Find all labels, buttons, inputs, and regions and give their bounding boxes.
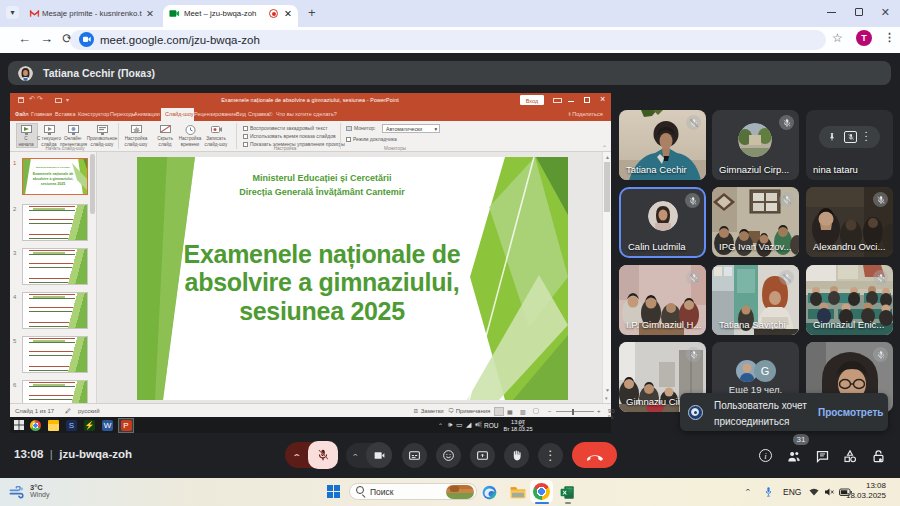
svg-text:absolvire a gimnaziului,: absolvire a gimnaziului, <box>33 177 74 181</box>
svg-text:Examenele naționale de: Examenele naționale de <box>33 172 74 176</box>
svg-text:sesiunea 2025: sesiunea 2025 <box>41 182 65 186</box>
